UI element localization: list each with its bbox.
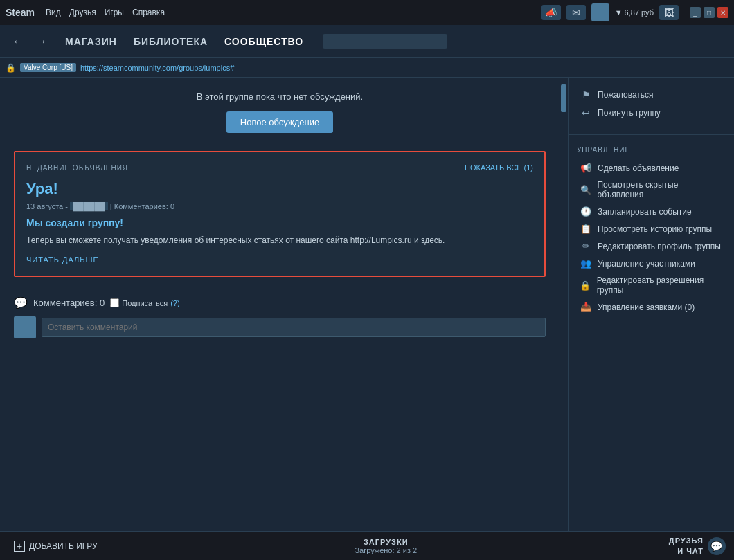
downloads-section: ЗАГРУЗКИ Загружено: 2 из 2 — [355, 538, 417, 554]
announcement-author: ██████ — [70, 202, 108, 210]
flag-icon: ⚑ — [580, 89, 592, 100]
edit-icon: ✏ — [580, 241, 592, 251]
menu-games[interactable]: Игры — [105, 8, 124, 17]
sidebar-manage-announce[interactable]: 📢 Сделать объявление — [577, 159, 726, 177]
sidebar-action-report[interactable]: ⚑ Пожаловаться — [577, 86, 726, 104]
sidebar: ⚑ Пожаловаться ↩ Покинуть группу УПРАВЛЕ… — [568, 78, 734, 531]
history-icon: 📋 — [580, 224, 592, 234]
add-game-button[interactable]: + ДОБАВИТЬ ИГРУ — [8, 538, 103, 554]
comments-section: 💬 Комментариев: 0 Подписаться (?) — [0, 288, 560, 347]
sidebar-manage-hidden[interactable]: 🔍 Посмотреть скрытые объявления — [577, 177, 726, 203]
announcements-box: НЕДАВНИЕ ОБЪЯВЛЕНИЯ ПОКАЗАТЬ ВСЕ (1) Ура… — [14, 151, 546, 277]
discussion-section: В этой группе пока что нет обсуждений. Н… — [0, 78, 560, 140]
no-discussions-text: В этой группе пока что нет обсуждений. — [14, 91, 546, 102]
forward-button[interactable]: → — [32, 34, 51, 49]
announcement-subtitle[interactable]: Мы создали группу! — [26, 217, 533, 228]
title-bar: Steam Вид Друзья Игры Справка 📣 ✉ ▼ 6,87… — [0, 0, 734, 25]
scrollbar-track[interactable] — [560, 78, 568, 531]
event-icon: 🕐 — [580, 206, 592, 217]
menu-view[interactable]: Вид — [46, 8, 61, 17]
announcement-date: 13 августа — [26, 202, 63, 210]
back-button[interactable]: ← — [8, 34, 28, 49]
main-content: В этой группе пока что нет обсуждений. Н… — [0, 78, 734, 531]
add-game-label: ДОБАВИТЬ ИГРУ — [29, 541, 98, 551]
sidebar-manage-applications[interactable]: 📥 Управление заявками (0) — [577, 298, 726, 316]
ssl-lock-icon: 🔒 — [6, 63, 16, 73]
downloads-status: Загружено: 2 из 2 — [355, 546, 417, 554]
title-bar-right: 📣 ✉ ▼ 6,87 руб 🖼 _ □ ✕ — [541, 3, 728, 21]
friends-chat-label: ДРУЗЬЯИ ЧАТ — [669, 536, 704, 556]
add-game-icon: + — [14, 541, 25, 552]
nav-library[interactable]: БИБЛИОТЕКА — [134, 36, 208, 47]
nav-search-area — [323, 34, 447, 49]
corp-badge: Valve Corp [US] — [20, 63, 76, 72]
menu-friends[interactable]: Друзья — [69, 8, 96, 17]
comments-count: Комментариев: 0 — [33, 298, 105, 308]
comments-header: 💬 Комментариев: 0 Подписаться (?) — [14, 296, 546, 309]
nav-bar: ← → МАГАЗИН БИБЛИОТЕКА СООБЩЕСТВО — [0, 25, 734, 58]
manage-section-title: УПРАВЛЕНИЕ — [569, 139, 734, 156]
subscribe-label: Подписаться (?) — [110, 298, 179, 307]
comment-input-row — [14, 316, 546, 338]
nav-arrows: ← → — [8, 34, 51, 49]
announcement-comments: Комментариев: 0 — [114, 202, 174, 210]
read-more-link[interactable]: ЧИТАТЬ ДАЛЬШЕ — [26, 255, 99, 264]
new-discussion-button[interactable]: Новое обсуждение — [226, 111, 333, 133]
show-all-link[interactable]: ПОКАЗАТЬ ВСЕ (1) — [465, 163, 533, 172]
screenshot-icon[interactable]: 🖼 — [659, 5, 679, 20]
mail-icon[interactable]: ✉ — [566, 5, 586, 20]
close-button[interactable]: ✕ — [717, 7, 728, 18]
search-input[interactable] — [323, 34, 447, 49]
content-area: В этой группе пока что нет обсуждений. Н… — [0, 78, 560, 531]
window-controls: _ □ ✕ — [690, 7, 728, 18]
leave-icon: ↩ — [580, 107, 592, 118]
title-bar-left: Steam Вид Друзья Игры Справка — [6, 7, 165, 18]
sidebar-manage-permissions[interactable]: 🔒 Редактировать разрешения группы — [577, 272, 726, 298]
sidebar-manage-history[interactable]: 📋 Просмотреть историю группы — [577, 220, 726, 237]
account-balance[interactable]: ▼ 6,87 руб — [615, 8, 654, 17]
sidebar-divider — [569, 134, 734, 135]
maximize-button[interactable]: □ — [704, 7, 715, 18]
members-icon: 👥 — [580, 258, 592, 269]
subscribe-help[interactable]: (?) — [170, 299, 179, 307]
friends-chat-icon: 💬 — [708, 537, 726, 555]
announcements-header: НЕДАВНИЕ ОБЪЯВЛЕНИЯ ПОКАЗАТЬ ВСЕ (1) — [26, 163, 533, 172]
bottom-bar: + ДОБАВИТЬ ИГРУ ЗАГРУЗКИ Загружено: 2 из… — [0, 531, 734, 560]
sidebar-manage-items: 📢 Сделать объявление 🔍 Посмотреть скрыты… — [569, 156, 734, 318]
sidebar-action-leave[interactable]: ↩ Покинуть группу — [577, 104, 726, 122]
notification-icon[interactable]: 📣 — [541, 5, 561, 20]
sidebar-manage-event[interactable]: 🕐 Запланировать событие — [577, 203, 726, 220]
user-avatar[interactable] — [591, 3, 609, 21]
commenter-avatar — [14, 316, 36, 338]
sidebar-actions: ⚑ Пожаловаться ↩ Покинуть группу — [569, 78, 734, 130]
permissions-icon: 🔒 — [580, 280, 591, 291]
announcement-meta: 13 августа - ██████ | Комментариев: 0 — [26, 202, 533, 210]
steam-logo: Steam — [6, 7, 35, 18]
sidebar-manage-edit-profile[interactable]: ✏ Редактировать профиль группы — [577, 237, 726, 255]
nav-store[interactable]: МАГАЗИН — [65, 36, 117, 47]
subscribe-checkbox[interactable] — [110, 298, 119, 307]
nav-links: МАГАЗИН БИБЛИОТЕКА СООБЩЕСТВО — [65, 36, 303, 47]
comments-icon: 💬 — [14, 296, 28, 309]
comment-input[interactable] — [42, 318, 546, 337]
hidden-icon: 🔍 — [580, 185, 591, 195]
applications-icon: 📥 — [580, 302, 592, 312]
announcement-title[interactable]: Ура! — [26, 180, 533, 198]
announcements-label: НЕДАВНИЕ ОБЪЯВЛЕНИЯ — [26, 164, 128, 172]
announce-icon: 📢 — [580, 163, 592, 173]
scrollbar-thumb[interactable] — [561, 84, 566, 112]
minimize-button[interactable]: _ — [690, 7, 701, 18]
friends-chat-button[interactable]: ДРУЗЬЯИ ЧАТ 💬 — [669, 536, 726, 556]
title-bar-menu: Вид Друзья Игры Справка — [46, 8, 165, 17]
sidebar-manage-members[interactable]: 👥 Управление участниками — [577, 255, 726, 272]
announcement-body: Теперь вы сможете получать уведомления о… — [26, 234, 533, 246]
address-url[interactable]: https://steamcommunity.com/groups/lumpic… — [80, 64, 234, 72]
nav-community[interactable]: СООБЩЕСТВО — [224, 36, 303, 47]
menu-help[interactable]: Справка — [132, 8, 165, 17]
downloads-title: ЗАГРУЗКИ — [355, 538, 417, 546]
address-bar: 🔒 Valve Corp [US] https://steamcommunity… — [0, 58, 734, 78]
